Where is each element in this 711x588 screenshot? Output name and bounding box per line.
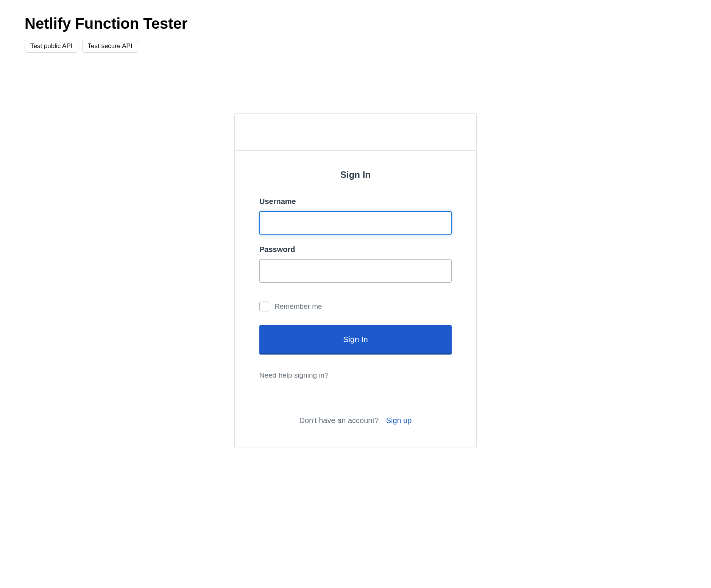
signin-heading: Sign In — [259, 170, 452, 180]
password-group: Password — [259, 245, 452, 283]
test-public-api-button[interactable]: Test public API — [25, 40, 78, 53]
test-button-row: Test public API Test secure API — [25, 40, 711, 53]
username-group: Username — [259, 197, 452, 235]
help-signing-in-link[interactable]: Need help signing in? — [259, 371, 452, 380]
signup-link[interactable]: Sign up — [386, 416, 412, 425]
signin-submit-button[interactable]: Sign In — [259, 325, 452, 355]
password-label: Password — [259, 245, 452, 254]
username-input[interactable] — [259, 211, 452, 235]
signup-prompt-text: Don't have an account? — [299, 416, 379, 425]
signin-card-header — [235, 114, 476, 151]
signin-card-body: Sign In Username Password Remember me Si… — [235, 151, 476, 448]
remember-me-row: Remember me — [259, 302, 452, 311]
remember-me-label[interactable]: Remember me — [274, 302, 322, 311]
signup-row: Don't have an account? Sign up — [259, 416, 452, 425]
username-label: Username — [259, 197, 452, 206]
test-secure-api-button[interactable]: Test secure API — [82, 40, 138, 53]
remember-me-checkbox[interactable] — [259, 302, 269, 311]
signin-divider — [259, 398, 452, 398]
page-title: Netlify Function Tester — [25, 15, 711, 32]
signin-card: Sign In Username Password Remember me Si… — [234, 113, 477, 448]
password-input[interactable] — [259, 259, 452, 283]
